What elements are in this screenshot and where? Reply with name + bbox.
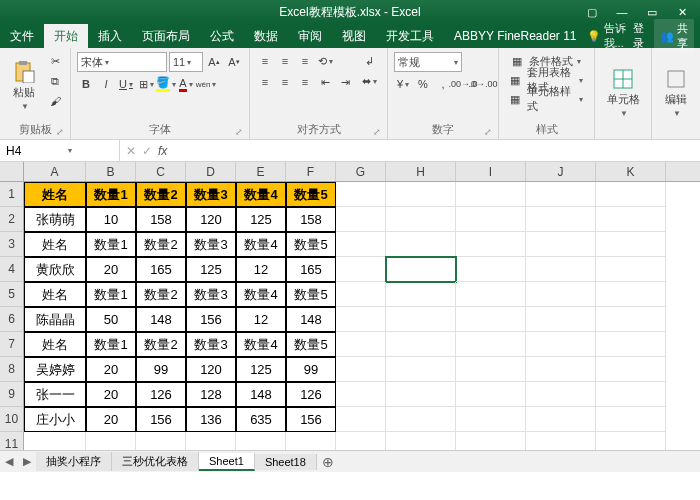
- column-header[interactable]: H: [386, 162, 456, 181]
- number-format-select[interactable]: 常规▾: [394, 52, 462, 72]
- cell[interactable]: 99: [136, 357, 186, 382]
- tab-abbyy[interactable]: ABBYY FineReader 11: [444, 24, 587, 48]
- sheet-tab-4[interactable]: Sheet18: [255, 454, 317, 470]
- launcher-icon[interactable]: ⤢: [484, 127, 492, 137]
- cell[interactable]: [456, 207, 526, 232]
- name-box[interactable]: ▾: [0, 140, 120, 161]
- select-all-corner[interactable]: [0, 162, 24, 181]
- add-sheet-button[interactable]: ⊕: [317, 454, 339, 470]
- phonetic-button[interactable]: wén▾: [197, 75, 215, 93]
- cell[interactable]: 10: [86, 207, 136, 232]
- cell[interactable]: 姓名: [24, 232, 86, 257]
- decrease-decimal-button[interactable]: .0→.00: [474, 75, 492, 93]
- cell[interactable]: [456, 382, 526, 407]
- launcher-icon[interactable]: ⤢: [235, 127, 243, 137]
- underline-button[interactable]: U▾: [117, 75, 135, 93]
- cell[interactable]: [526, 207, 596, 232]
- cell[interactable]: 数量1: [86, 182, 136, 207]
- cancel-icon[interactable]: ✕: [126, 144, 136, 158]
- font-name-select[interactable]: 宋体▾: [77, 52, 167, 72]
- cell[interactable]: [386, 382, 456, 407]
- cell[interactable]: 50: [86, 307, 136, 332]
- editing-button[interactable]: 编辑▼: [656, 50, 696, 136]
- cell[interactable]: [386, 282, 456, 307]
- row-header[interactable]: 6: [0, 307, 24, 332]
- cell[interactable]: 126: [286, 382, 336, 407]
- cell[interactable]: 数量2: [136, 232, 186, 257]
- cell[interactable]: [526, 407, 596, 432]
- cell[interactable]: 数量5: [286, 232, 336, 257]
- login-link[interactable]: 登录: [633, 21, 648, 51]
- cell[interactable]: 120: [186, 357, 236, 382]
- cell[interactable]: 148: [236, 382, 286, 407]
- cell[interactable]: [456, 282, 526, 307]
- format-painter-button[interactable]: 🖌: [46, 92, 64, 110]
- cell[interactable]: [456, 307, 526, 332]
- cell[interactable]: [336, 182, 386, 207]
- launcher-icon[interactable]: ⤢: [373, 127, 381, 137]
- cell[interactable]: [336, 207, 386, 232]
- cell[interactable]: 庄小小: [24, 407, 86, 432]
- row-header[interactable]: 8: [0, 357, 24, 382]
- cell[interactable]: [526, 307, 596, 332]
- column-header[interactable]: J: [526, 162, 596, 181]
- cell[interactable]: [596, 332, 666, 357]
- formula-bar[interactable]: [173, 140, 700, 161]
- cell[interactable]: 156: [186, 307, 236, 332]
- cell[interactable]: 数量4: [236, 282, 286, 307]
- cell[interactable]: [526, 232, 596, 257]
- cell[interactable]: 张萌萌: [24, 207, 86, 232]
- tab-review[interactable]: 审阅: [288, 24, 332, 48]
- row-header[interactable]: 10: [0, 407, 24, 432]
- decrease-indent-button[interactable]: ⇤: [316, 73, 334, 91]
- cell[interactable]: [386, 357, 456, 382]
- cell[interactable]: 20: [86, 407, 136, 432]
- cell[interactable]: 12: [236, 307, 286, 332]
- tab-view[interactable]: 视图: [332, 24, 376, 48]
- cell[interactable]: [596, 382, 666, 407]
- cell[interactable]: 数量3: [186, 232, 236, 257]
- orientation-button[interactable]: ⟲▾: [316, 52, 334, 70]
- column-header[interactable]: B: [86, 162, 136, 181]
- cell[interactable]: [526, 257, 596, 282]
- font-color-button[interactable]: A▾: [177, 75, 195, 93]
- tab-insert[interactable]: 插入: [88, 24, 132, 48]
- tab-home[interactable]: 开始: [44, 24, 88, 48]
- cut-button[interactable]: ✂: [46, 52, 64, 70]
- cell[interactable]: [336, 282, 386, 307]
- row-header[interactable]: 2: [0, 207, 24, 232]
- cell[interactable]: 165: [286, 257, 336, 282]
- column-header[interactable]: D: [186, 162, 236, 181]
- cell[interactable]: [456, 232, 526, 257]
- tab-page-layout[interactable]: 页面布局: [132, 24, 200, 48]
- cell[interactable]: 148: [136, 307, 186, 332]
- align-bottom-button[interactable]: ≡: [296, 52, 314, 70]
- cell[interactable]: 12: [236, 257, 286, 282]
- row-header[interactable]: 3: [0, 232, 24, 257]
- row-header[interactable]: 9: [0, 382, 24, 407]
- align-left-button[interactable]: ≡: [256, 73, 274, 91]
- cell[interactable]: [386, 182, 456, 207]
- cell[interactable]: [386, 307, 456, 332]
- bold-button[interactable]: B: [77, 75, 95, 93]
- cell[interactable]: [596, 257, 666, 282]
- cell[interactable]: 吴婷婷: [24, 357, 86, 382]
- cell[interactable]: [526, 182, 596, 207]
- cell[interactable]: [456, 257, 526, 282]
- cell[interactable]: [596, 182, 666, 207]
- cell[interactable]: 156: [286, 407, 336, 432]
- cell[interactable]: [456, 332, 526, 357]
- cell[interactable]: [596, 232, 666, 257]
- launcher-icon[interactable]: ⤢: [56, 127, 64, 137]
- cell[interactable]: 635: [236, 407, 286, 432]
- cell[interactable]: 张一一: [24, 382, 86, 407]
- cell[interactable]: [596, 407, 666, 432]
- cell[interactable]: 数量3: [186, 282, 236, 307]
- align-middle-button[interactable]: ≡: [276, 52, 294, 70]
- cell[interactable]: 姓名: [24, 332, 86, 357]
- cell[interactable]: [336, 357, 386, 382]
- decrease-font-button[interactable]: A▾: [225, 53, 243, 71]
- cell[interactable]: 99: [286, 357, 336, 382]
- italic-button[interactable]: I: [97, 75, 115, 93]
- cell[interactable]: 120: [186, 207, 236, 232]
